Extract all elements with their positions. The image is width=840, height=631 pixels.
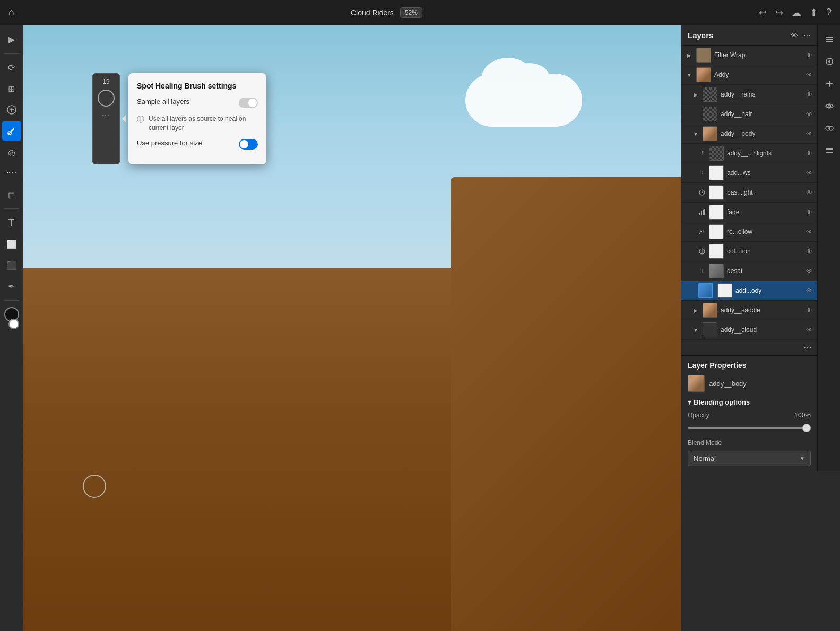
cloud-element bbox=[465, 74, 582, 127]
fx-icon bbox=[698, 228, 706, 235]
layer-name: add...ody bbox=[735, 287, 803, 294]
more-options-icon[interactable]: ⋯ bbox=[803, 343, 812, 353]
tool-text[interactable]: T bbox=[2, 213, 21, 232]
layer-thumbnail bbox=[696, 48, 711, 63]
layer-item[interactable]: ▼ Addy 👁 bbox=[681, 65, 817, 85]
fx-icon: f bbox=[698, 150, 706, 157]
layer-expand-icon[interactable]: ▶ bbox=[692, 91, 699, 98]
opacity-slider[interactable] bbox=[688, 423, 811, 433]
tool-image[interactable]: ⬛ bbox=[2, 256, 21, 275]
brush-size-panel: 19 ⋯ bbox=[92, 73, 120, 164]
layer-item[interactable]: re...ellow 👁 bbox=[681, 222, 817, 242]
layers-panel-icon[interactable] bbox=[820, 30, 839, 49]
right-icons-column bbox=[817, 25, 840, 471]
svg-rect-13 bbox=[826, 41, 833, 42]
svg-rect-11 bbox=[826, 37, 833, 38]
help-icon[interactable]: ? bbox=[826, 7, 832, 18]
layer-visibility-icon[interactable]: 👁 bbox=[806, 208, 813, 216]
tool-shape[interactable]: ⬜ bbox=[2, 234, 21, 253]
layers-eye-icon[interactable]: 👁 bbox=[791, 31, 798, 40]
layer-thumbnail bbox=[703, 87, 717, 102]
layer-visibility-icon[interactable]: 👁 bbox=[806, 306, 813, 314]
undo-icon[interactable]: ↩ bbox=[759, 7, 767, 19]
layer-visibility-icon[interactable]: 👁 bbox=[806, 110, 813, 118]
properties-panel-icon[interactable] bbox=[820, 52, 839, 71]
layer-visibility-icon[interactable]: 👁 bbox=[806, 248, 813, 256]
layers-panel-title: Layers bbox=[688, 31, 713, 40]
layer-visibility-icon[interactable]: 👁 bbox=[806, 267, 813, 275]
tool-clone-stamp[interactable]: ◎ bbox=[2, 143, 21, 162]
layer-item[interactable]: fade 👁 bbox=[681, 203, 817, 222]
layer-visibility-icon[interactable]: 👁 bbox=[806, 189, 813, 197]
layer-visibility-icon[interactable]: 👁 bbox=[806, 91, 813, 99]
slider-thumb[interactable] bbox=[802, 424, 811, 432]
layer-visibility-icon[interactable]: 👁 bbox=[806, 169, 813, 177]
layer-name: addy__body bbox=[721, 130, 803, 137]
layer-expand-icon[interactable]: ▶ bbox=[692, 306, 699, 314]
layer-item[interactable]: f addy__...hlights 👁 bbox=[681, 144, 817, 163]
layer-visibility-icon[interactable]: 👁 bbox=[806, 287, 813, 295]
canvas-area[interactable]: 19 ⋯ Spot Healing Brush settings Sample … bbox=[23, 25, 681, 631]
layer-item[interactable]: bas...ight 👁 bbox=[681, 183, 817, 203]
layer-item[interactable]: ▶ addy__reins 👁 bbox=[681, 85, 817, 104]
layer-item[interactable]: ▼ addy__cloud 👁 bbox=[681, 320, 817, 340]
svg-rect-7 bbox=[703, 210, 704, 215]
zoom-level[interactable]: 52% bbox=[400, 7, 422, 18]
dropdown-arrow-icon: ▼ bbox=[800, 455, 805, 461]
layer-name: addy__reins bbox=[721, 91, 803, 98]
layer-item[interactable]: ▶ addy__saddle 👁 bbox=[681, 301, 817, 320]
tool-spot-healing[interactable] bbox=[2, 121, 21, 141]
use-pressure-toggle[interactable] bbox=[239, 139, 258, 150]
layer-expand-icon[interactable]: ▼ bbox=[686, 71, 693, 78]
fx-icon bbox=[698, 208, 706, 216]
tool-crop[interactable]: ⊞ bbox=[2, 79, 21, 98]
add-layer-button[interactable] bbox=[820, 74, 839, 93]
main-layout: ▶ ⟳ ⊞ ◎ 〰 ◻ T ⬜ ⬛ ✒ bbox=[0, 25, 840, 631]
layer-item[interactable]: ▶ Filter Wrap 👁 bbox=[681, 46, 817, 65]
layer-thumbnail bbox=[696, 67, 711, 82]
tool-healing-brush[interactable] bbox=[2, 100, 21, 119]
more-panel-icon[interactable] bbox=[820, 141, 839, 160]
layer-visibility-icon[interactable]: 👁 bbox=[806, 326, 813, 334]
blending-options-header: ▾ Blending options bbox=[688, 398, 811, 406]
layer-item-selected[interactable]: add...ody 👁 bbox=[681, 281, 817, 301]
cloud-sync-icon[interactable]: ☁ bbox=[792, 7, 801, 19]
home-icon[interactable]: ⌂ bbox=[8, 7, 14, 18]
layer-name: re...ellow bbox=[727, 228, 803, 235]
tool-smudge[interactable]: 〰 bbox=[2, 164, 21, 183]
layer-name: fade bbox=[727, 208, 803, 216]
sample-all-layers-toggle[interactable] bbox=[239, 98, 258, 108]
layer-item[interactable]: f desat 👁 bbox=[681, 261, 817, 281]
blend-mode-dropdown[interactable]: Normal ▼ bbox=[688, 451, 811, 466]
brush-options-icon[interactable]: ⋯ bbox=[102, 111, 110, 119]
layer-item[interactable]: col...tion 👁 bbox=[681, 242, 817, 261]
tool-pen[interactable]: ✒ bbox=[2, 277, 21, 296]
layer-visibility-icon[interactable]: 👁 bbox=[806, 150, 813, 157]
svg-point-20 bbox=[829, 126, 833, 130]
background-color-swatch[interactable] bbox=[8, 319, 19, 329]
layer-visibility-icon[interactable]: 👁 bbox=[806, 228, 813, 236]
layer-expand-icon[interactable]: ▼ bbox=[692, 130, 699, 137]
share-icon[interactable]: ⬆ bbox=[810, 7, 818, 19]
layer-visibility-icon[interactable]: 👁 bbox=[806, 71, 813, 79]
layer-visibility-icon[interactable]: 👁 bbox=[806, 51, 813, 59]
use-pressure-row: Use pressure for size bbox=[137, 139, 258, 150]
tool-eraser[interactable]: ◻ bbox=[2, 185, 21, 204]
layer-expand-icon[interactable]: ▼ bbox=[692, 326, 699, 334]
eye-panel-icon[interactable] bbox=[820, 97, 839, 116]
adjustment-panel-icon[interactable] bbox=[820, 119, 839, 138]
popup-arrow bbox=[122, 73, 126, 164]
layer-visibility-icon[interactable]: 👁 bbox=[806, 130, 813, 138]
layer-name: addy__hair bbox=[721, 110, 803, 118]
collapse-arrow-icon[interactable]: ▾ bbox=[688, 398, 691, 406]
layers-options-icon[interactable]: ⋯ bbox=[803, 31, 811, 40]
layer-item[interactable]: ▼ addy__body 👁 bbox=[681, 124, 817, 144]
opacity-label: Opacity bbox=[688, 411, 709, 419]
tool-move[interactable]: ▶ bbox=[2, 30, 21, 49]
layer-expand-icon[interactable]: ▶ bbox=[686, 51, 693, 59]
sample-all-layers-label: Sample all layers bbox=[137, 98, 235, 106]
layer-item[interactable]: f add...ws 👁 bbox=[681, 163, 817, 183]
tool-lasso[interactable]: ⟳ bbox=[2, 58, 21, 77]
layer-item[interactable]: ▶ addy__hair 👁 bbox=[681, 104, 817, 124]
redo-icon[interactable]: ↪ bbox=[775, 7, 783, 19]
